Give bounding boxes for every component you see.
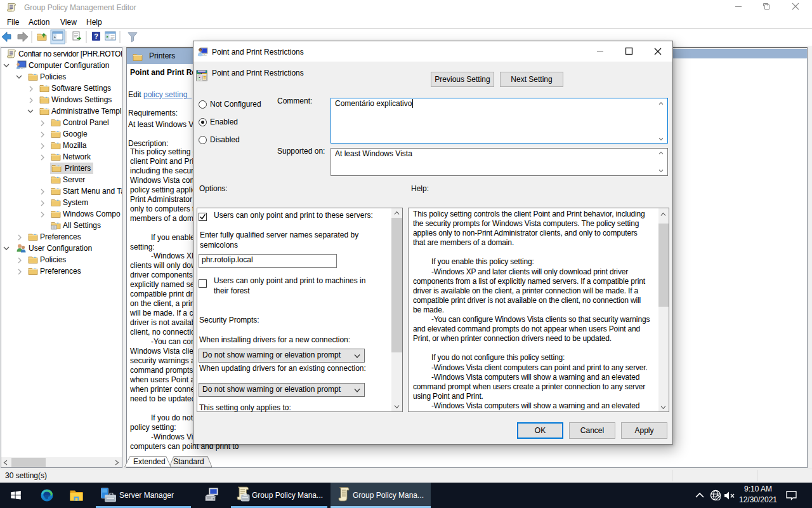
svg-text:?: ?	[94, 32, 98, 40]
